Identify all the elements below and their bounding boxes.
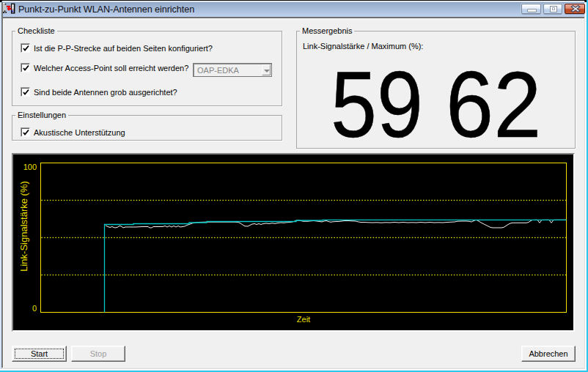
svg-text:Link-Signalstärke (%): Link-Signalstärke (%): [18, 181, 29, 272]
svg-text:0: 0: [32, 304, 37, 313]
svg-text:Zeit: Zeit: [297, 315, 310, 324]
svg-text:100: 100: [23, 163, 37, 171]
